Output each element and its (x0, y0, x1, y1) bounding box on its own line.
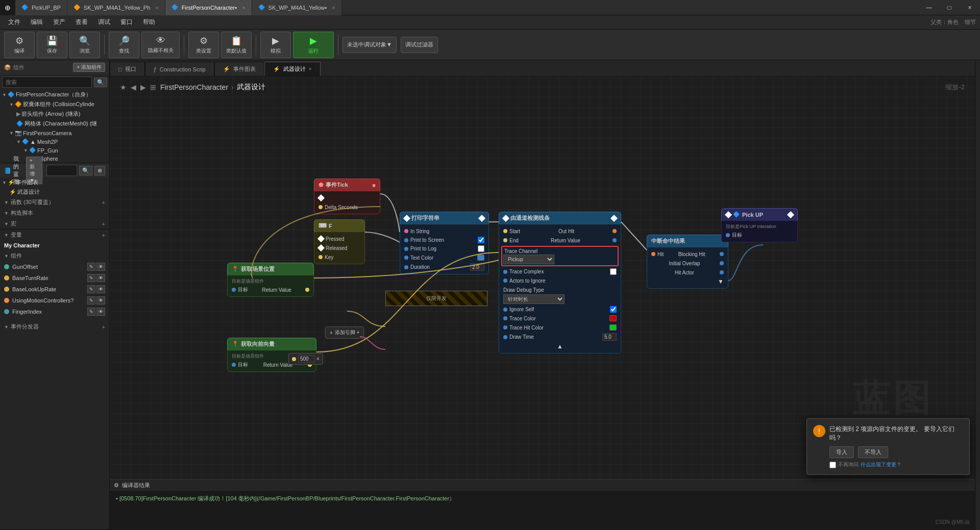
bp-search-button[interactable]: 🔍 (79, 166, 92, 175)
var-gunoffset-eye[interactable]: 👁 (96, 263, 105, 271)
add-dispatcher-icon[interactable]: + (102, 324, 105, 330)
ignore-self-checkbox[interactable] (610, 306, 617, 313)
minimize-button[interactable]: — (919, 0, 939, 15)
tab-sk-close[interactable]: × (155, 5, 158, 11)
blocking-hit-pin[interactable] (720, 252, 724, 256)
in-string-pin[interactable] (404, 229, 408, 233)
print-exec-in-pin[interactable] (403, 214, 410, 221)
text-color-pin[interactable] (404, 256, 408, 260)
tree-mesh2p[interactable]: ▼ 🔷 ▲ Mesh2P (0, 137, 109, 146)
hit-in-pin[interactable] (651, 252, 655, 256)
f-pressed-pin[interactable] (317, 235, 325, 242)
save-button[interactable]: 💾 保存 (37, 32, 67, 58)
subtab-weapon-design[interactable]: ⚡ 武器设计 × (264, 62, 321, 76)
trace-hit-color-swatch[interactable] (609, 324, 617, 331)
trace-channel-dropdown[interactable]: Pickup (503, 255, 554, 264)
add-component-button[interactable]: + 添加组件 (73, 63, 105, 72)
initial-overlap-pin[interactable] (720, 261, 724, 265)
trace-complex-pin[interactable] (503, 270, 507, 274)
components-search-input[interactable] (2, 77, 92, 88)
simulate-button[interactable]: ▶ 模拟 (260, 32, 291, 58)
tab-sk2-close[interactable]: × (332, 5, 335, 11)
var-fingerindex-eye[interactable]: 👁 (96, 308, 105, 316)
event-tick-close-icon[interactable]: ■ (372, 182, 376, 188)
var-gunoffset[interactable]: GunOffset ✎ 👁 (0, 261, 109, 272)
bp-search-input[interactable] (46, 165, 77, 176)
macros-section[interactable]: ▼ 构造脚本 (0, 208, 109, 218)
var-baselookuprate[interactable]: BaseLookUpRate ✎ 👁 (0, 284, 109, 295)
var-fingerindex-edit[interactable]: ✎ (87, 308, 95, 316)
value-500-input[interactable] (298, 355, 314, 363)
debug-filter-dropdown[interactable]: 未选中调试对象▼ (342, 37, 397, 53)
trace-exec-out-pin[interactable] (610, 214, 618, 221)
forward-icon[interactable]: ▶ (140, 83, 146, 91)
menu-file[interactable]: 文件 (4, 16, 24, 29)
breadcrumb-root[interactable]: FirstPersonCharacter (160, 83, 228, 91)
trace-color-pin[interactable] (503, 316, 507, 320)
menu-asset[interactable]: 资产 (49, 16, 69, 29)
location-target-pin[interactable] (232, 288, 236, 292)
tree-fp-gun[interactable]: ▼ 🔷 FP_Gun (0, 146, 109, 155)
browse-button[interactable]: 🔍 浏览 (69, 32, 100, 58)
tab-fp-close[interactable]: × (242, 5, 245, 11)
f-released-pin[interactable] (317, 244, 325, 251)
print-screen-checkbox[interactable] (478, 237, 484, 243)
duration-input[interactable]: 2.0 (470, 263, 484, 271)
var-gunoffset-edit[interactable]: ✎ (87, 263, 95, 271)
var-baselookuprate-edit[interactable]: ✎ (87, 285, 95, 293)
components-subheader[interactable]: ▼ 组件 (0, 250, 109, 261)
interrupt-expand[interactable]: ▼ (647, 277, 728, 286)
maximize-button[interactable]: □ (939, 0, 960, 15)
subtab-construction[interactable]: ƒ Construction Scrip (145, 62, 214, 76)
trace-exec-in-pin[interactable] (502, 214, 509, 221)
components-header[interactable]: 📦 组件 + 添加组件 (0, 60, 109, 74)
tree-firstpersoncharacter[interactable]: ▼ 🔷 FirstPersonCharacter（自身） (0, 90, 109, 99)
class-defaults-button[interactable]: 📋 类默认值 (221, 32, 252, 58)
location-return-pin[interactable] (305, 288, 309, 292)
ignore-self-pin[interactable] (503, 308, 507, 312)
hide-unrelated-button[interactable]: 👁 隐藏不相关 (141, 32, 180, 58)
blueprints-header[interactable]: 📘 我的蓝图 + 新增▼ 🔍 ⊕ (0, 163, 109, 178)
var-baseturnrate-edit[interactable]: ✎ (87, 274, 95, 282)
class-settings-button[interactable]: ⚙ 类设置 (188, 32, 219, 58)
actors-ignore-pin[interactable] (503, 279, 507, 283)
compile-button[interactable]: ⚙ 编译 (4, 32, 35, 58)
trace-color-swatch[interactable] (609, 315, 617, 321)
duration-pin[interactable] (404, 265, 408, 269)
menu-window[interactable]: 窗口 (116, 16, 137, 29)
start-pin[interactable] (503, 229, 507, 233)
draw-time-input[interactable]: 5.0 (602, 333, 617, 341)
variables-header[interactable]: ▼ 变量 + (0, 230, 109, 240)
subtab-event-graph[interactable]: ⚡ 事件图表 (214, 62, 264, 76)
event-dispatcher-section[interactable]: ▼ 事件分发器 + (0, 321, 109, 332)
menu-view[interactable]: 查看 (71, 16, 92, 29)
star-icon[interactable]: ★ (120, 83, 127, 91)
var-usingmotion-edit[interactable]: ✎ (87, 296, 95, 305)
subtab-viewport[interactable]: □ 视口 (110, 62, 145, 76)
print-screen-pin[interactable] (404, 238, 408, 242)
back-icon[interactable]: ◀ (131, 83, 136, 91)
pickup-exec-out-pin[interactable] (787, 211, 794, 218)
forward-target-pin[interactable] (232, 363, 236, 367)
f-key-pin[interactable] (318, 255, 323, 259)
v500-pin[interactable] (292, 357, 296, 361)
trace-return-pin[interactable] (612, 238, 617, 242)
trace-complex-checkbox[interactable] (610, 268, 617, 275)
print-log-pin[interactable] (404, 247, 408, 251)
add-macro-icon[interactable]: + (102, 221, 105, 227)
pickup-target-pin[interactable] (726, 233, 730, 237)
draw-time-pin[interactable] (503, 335, 507, 339)
var-fingerindex[interactable]: FingerIndex ✎ 👁 (0, 306, 109, 317)
trace-expand-arrow[interactable]: ▲ (499, 342, 621, 351)
text-color-swatch[interactable] (477, 255, 484, 261)
print-log-checkbox[interactable] (478, 245, 484, 252)
var-usingmotion-eye[interactable]: 👁 (96, 296, 105, 305)
what-changed-link[interactable]: 什么出现了变更？ (861, 461, 901, 468)
run-button[interactable]: ▶ 运行 (293, 32, 334, 58)
tab-firstperson[interactable]: 🔷 FirstPersonCharacter• × (165, 0, 252, 15)
end-pin[interactable] (503, 238, 507, 242)
event-tick-exec-pin[interactable] (317, 194, 325, 201)
tree-firstpersoncamera[interactable]: ▼ 📷 FirstPersonCamera (0, 129, 109, 137)
out-hit-pin[interactable] (612, 229, 617, 233)
macro-item[interactable]: ▼ 宏 + (0, 218, 109, 229)
